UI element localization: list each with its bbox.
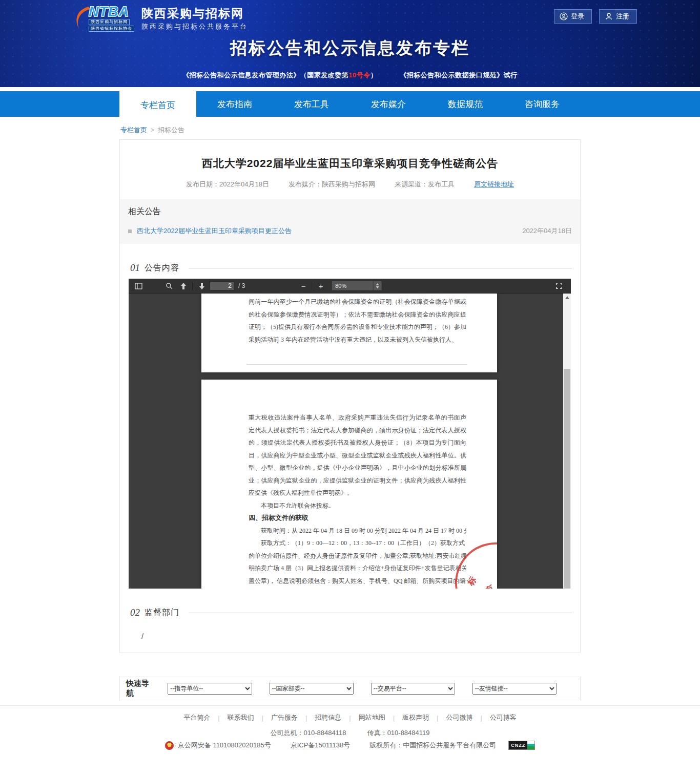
quicknav-select-links[interactable]: --友情链接-- <box>472 683 557 695</box>
breadcrumb-separator: > <box>151 127 154 134</box>
pdf-document-area[interactable]: 间前一年内至少一个月已缴纳的社会保障资金的证明（社会保障资金缴存单据或社保机构开… <box>129 294 563 589</box>
breadcrumb-home-link[interactable]: 专栏首页 <box>120 125 147 135</box>
supervision-value: / <box>141 632 580 640</box>
user-circle-icon <box>560 12 568 20</box>
pdf-text-line: 采购活动前 3 年内在经营活动中没有重大违纪，以及未被列入失信被执行人、 <box>249 333 466 346</box>
zoom-level-select[interactable]: 80% <box>331 281 382 291</box>
origin-link[interactable]: 原文链接地址 <box>474 180 514 189</box>
banner-title: 招标公告和公示信息发布专栏 <box>63 37 637 60</box>
register-button[interactable]: 注册 <box>599 9 637 24</box>
beian-icp[interactable]: 京ICP备15011138号 <box>291 741 351 750</box>
page-down-icon[interactable] <box>195 280 209 292</box>
breadcrumb-current: 招标公告 <box>158 125 184 135</box>
footer-legal: 京公网安备 11010802020185号 京ICP备15011138号 版权所… <box>0 741 700 750</box>
square-bullet-icon <box>128 229 132 233</box>
quick-navigation: 快速导航 --指导单位-- --国家部委-- --交易平台-- --友情链接-- <box>119 677 581 700</box>
zoom-level-value: 80% <box>335 283 346 289</box>
pdf-text-line: 的单位介绍信原件、经办人身份证原件及复印件，加盖公章;获取地址:西安市红缨路南口… <box>249 550 466 562</box>
related-item: 西北大学2022届毕业生蓝田玉印章采购项目更正公告 2022年04月18日 <box>128 226 572 236</box>
copyright-text: 版权所有：中国招标公共服务平台有限公司 <box>369 741 496 750</box>
page-up-icon[interactable] <box>177 280 190 292</box>
pdf-page-1: 间前一年内至少一个月已缴纳的社会保障资金的证明（社会保障资金缴存单据或社保机构开… <box>201 294 497 372</box>
quicknav-select-platforms[interactable]: --交易平台-- <box>371 683 455 695</box>
nav-tab-consulting[interactable]: 咨询服务 <box>504 91 581 117</box>
pdf-text-line: 获取时间：从 2022 年 04 月 18 日 09 时 00 分到 2022 … <box>249 525 466 537</box>
nav-tab-data-standards[interactable]: 数据规范 <box>427 91 504 117</box>
login-button[interactable]: 登录 <box>554 9 592 24</box>
quicknav-select-ministries[interactable]: --国家部委-- <box>270 683 354 695</box>
pdf-text-line: 型、小型、微型企业的，提供《中小企业声明函》，且中小企业的划分标准所属行业为工 <box>249 462 466 474</box>
footer-link-blog[interactable]: 公司博客 <box>490 713 517 722</box>
pdf-text-line: 23303597910@qq.ocm)，收件地址电话及收款账户详见公告。 <box>249 587 466 589</box>
pdf-text-line: 获取方式：（1）9：00—12：00，13：30--17：00（工作日）（2）获… <box>249 537 466 550</box>
search-icon[interactable] <box>162 280 176 292</box>
nav-tab-publish-tools[interactable]: 发布工具 <box>273 91 350 117</box>
pdf-text-line: 定代表人授权委托书；法定代表人参加磋商的，须出示身份证；法定代表人授权他人参加磋… <box>249 424 466 437</box>
related-item-date: 2022年04月18日 <box>522 226 572 236</box>
pdf-viewer: / 3 − + 80% <box>129 279 571 589</box>
banner-note: 《招标公告和公示信息发布管理办法》（国家发改委第10号令） 《招标公告和公示数据… <box>63 71 637 80</box>
pdf-text-line: 本项目不允许联合体投标。 <box>249 499 466 512</box>
banner-note-spec: 《招标公告和公示数据接口规范》试行 <box>400 71 518 80</box>
nav-tab-home[interactable]: 专栏首页 <box>119 91 196 119</box>
footer-links: 平台简介| 联系我们| 广告服务| 招聘信息| 网站地图| 版权声明| 公司微博… <box>0 713 700 722</box>
banner-note-regulation: 《招标公告和公示信息发布管理办法》（国家发改委第10号令） <box>182 71 377 80</box>
scrollbar-up-arrow-icon[interactable] <box>565 296 569 299</box>
footer-link-ads[interactable]: 广告服务 <box>271 713 298 722</box>
footer-link-jobs[interactable]: 招聘信息 <box>315 713 341 722</box>
zoom-select-caret-icon <box>373 281 381 290</box>
footer-link-contact[interactable]: 联系我们 <box>228 713 254 722</box>
related-announcements: 相关公告 西北大学2022届毕业生蓝田玉印章采购项目更正公告 2022年04月1… <box>120 199 580 244</box>
top-banner: NTBA 陕西采购与招标网 陕西省招标投标协会 陕西采购与招标网 陕西采购与招标… <box>0 0 700 87</box>
zoom-out-icon[interactable]: − <box>297 282 310 290</box>
pdf-text-line: 间前一年内至少一个月已缴纳的社会保障资金的证明（社会保障资金缴存单据或社保机构开… <box>249 296 466 308</box>
footer-contact: 公司总机：010-88484118 传真：010-88484119 <box>0 728 700 738</box>
publish-date: 发布日期：2022年04月18日 <box>186 180 269 189</box>
pdf-scrollbar[interactable] <box>563 294 571 589</box>
section-number: 01 <box>130 262 140 274</box>
logo-chip-2: 陕西省招标投标协会 <box>89 26 134 32</box>
footer-link-weibo[interactable]: 公司微博 <box>446 713 472 722</box>
source-channel: 来源渠道：发布工具 <box>395 180 455 189</box>
nav-tab-publish-guide[interactable]: 发布指南 <box>196 91 273 117</box>
footer-link-copyright[interactable]: 版权声明 <box>402 713 429 722</box>
page-total-label: / 3 <box>238 282 245 289</box>
logo-chip-1: 陕西采购与招标网 <box>89 19 130 25</box>
beian-gongan: 京公网安备 11010802020185号 <box>178 741 271 750</box>
footer-link-about[interactable]: 平台简介 <box>183 713 210 722</box>
section-divider <box>189 268 572 268</box>
cnzz-flag-icon <box>527 741 534 749</box>
quicknav-select-guidance[interactable]: --指导单位-- <box>168 683 252 695</box>
pdf-text-line: 的，须提供法定代表人授权委托书及被授权人身份证；（8）本项目为专门面向中小企业项 <box>249 436 466 449</box>
footer-link-sitemap[interactable]: 网站地图 <box>359 713 385 722</box>
section-title: 公告内容 <box>145 263 179 274</box>
section-header-supervision: 02 监督部门 <box>130 607 572 618</box>
section-divider <box>189 613 572 613</box>
pdf-toolbar: / 3 − + 80% <box>129 279 571 294</box>
section-title: 监督部门 <box>145 608 179 618</box>
cnzz-stat-badge[interactable]: CNZZ <box>508 741 535 750</box>
user-icon <box>605 12 613 20</box>
related-item-link[interactable]: 西北大学2022届毕业生蓝田玉印章采购项目更正公告 <box>137 226 292 236</box>
sidebar-toggle-icon[interactable] <box>132 280 145 292</box>
pdf-text-line: 的社会保险参保缴费情况证明等）；依法不需要缴纳社会保障资金的供应商应提供相关文件 <box>249 308 466 321</box>
nav-tab-publish-media[interactable]: 发布媒介 <box>350 91 427 117</box>
pdf-heading-line: 四、招标文件的获取 <box>249 512 466 525</box>
breadcrumb: 专栏首页 > 招标公告 <box>120 125 581 135</box>
section-number: 02 <box>130 607 140 618</box>
page-number-input[interactable] <box>210 281 234 290</box>
zoom-in-icon[interactable]: + <box>315 282 327 290</box>
publish-media: 发布媒介：陕西采购与招标网 <box>289 180 375 189</box>
logo-acronym: NTBA <box>89 5 129 18</box>
fullscreen-icon[interactable] <box>552 280 566 292</box>
article-meta: 发布日期：2022年04月18日 发布媒介：陕西采购与招标网 来源渠道：发布工具… <box>120 180 580 189</box>
scrollbar-thumb[interactable] <box>564 369 570 589</box>
article-box: 西北大学2022届毕业生蓝田玉印章采购项目竞争性磋商公告 发布日期：2022年0… <box>119 139 581 653</box>
pdf-text-line: 明拍卖广场 4 层（3）网上报名提供资料：介绍信+身份证复印件+发售登记表相关信… <box>249 562 466 575</box>
page: NTBA 陕西采购与招标网 陕西省招标投标协会 陕西采购与招标网 陕西采购与招标… <box>0 0 700 774</box>
pdf-text-line: 证明；（5)提供具有履行本合同所必需的设备和专业技术能力的声明；（6）参加本次政… <box>249 321 466 333</box>
site-logo[interactable]: NTBA 陕西采购与招标网 陕西省招标投标协会 <box>73 5 134 32</box>
scan-artifact-line <box>246 364 467 365</box>
footer-divider <box>0 705 700 706</box>
pdf-text-line: 重大税收违法案件当事人名单、政府采购严重违法失信行为记录名单的书面声明；（7）法 <box>249 411 466 424</box>
